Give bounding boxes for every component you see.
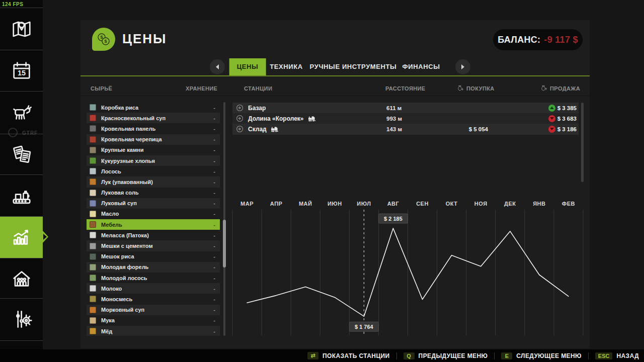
commodity-row[interactable]: Мебель-	[87, 219, 220, 230]
sidebar-item-contracts[interactable]	[0, 134, 43, 174]
sidebar-item-map[interactable]	[0, 8, 43, 50]
item-label: Красносвекольный суп	[101, 115, 166, 121]
hotkey-hint[interactable]: ⇄ПОКАЗАТЬ СТАНЦИИ	[307, 352, 390, 359]
col-header-stations: СТАНЦИИ	[244, 85, 272, 92]
commodity-row[interactable]: Коробка риса-	[87, 102, 220, 113]
station-sale-price: $ 3 683	[541, 116, 577, 122]
item-icon	[90, 328, 96, 334]
sidebar-item-production[interactable]	[0, 175, 43, 216]
svg-text:$ 2 185: $ 2 185	[384, 216, 403, 222]
item-storage-value: -	[213, 168, 215, 174]
station-name: Склад	[248, 126, 267, 133]
hotkey-hint[interactable]: EСЛЕДУЮЩЕЕ МЕНЮ	[501, 352, 582, 359]
sidebar-item-settings[interactable]	[0, 299, 43, 340]
col-header-commodity: СЫРЬЁ	[91, 85, 112, 92]
contracts-icon	[10, 143, 33, 166]
item-storage-value: -	[213, 211, 215, 217]
tab-hand-tools[interactable]: РУЧНЫЕ ИНСТРУМЕНТЫ	[310, 58, 397, 75]
month-label: АВГ	[387, 201, 399, 207]
month-label: МАЙ	[299, 201, 312, 207]
commodity-row[interactable]: Кукурузные хлопья-	[87, 155, 220, 166]
commodity-row[interactable]: Луковая соль-	[87, 188, 220, 198]
divider	[80, 96, 590, 96]
stations-list: Базар611 м$ 3 385Долина «Королек»993 м$ …	[232, 103, 579, 135]
tabs-next-button[interactable]	[455, 59, 470, 74]
item-label: Луковая соль	[101, 190, 138, 196]
chevron-right-icon	[461, 64, 464, 69]
hint-label: СЛЕДУЮЩЕЕ МЕНЮ	[516, 352, 582, 359]
commodity-row[interactable]: Лосось-	[87, 166, 220, 176]
commodity-scrollbar-track[interactable]	[223, 102, 225, 336]
commodity-row[interactable]: Лук (упакованный)-	[87, 176, 220, 187]
station-row[interactable]: Базар611 м$ 3 385	[232, 103, 579, 113]
purchase-icon	[457, 85, 464, 92]
sidebar-item-animals[interactable]	[0, 92, 43, 134]
tabs-prev-button[interactable]	[210, 59, 225, 74]
commodity-scrollbar-thumb[interactable]	[223, 220, 226, 267]
station-row[interactable]: Долина «Королек»993 м$ 3 683	[232, 113, 579, 124]
station-name: Долина «Королек»	[248, 115, 304, 122]
item-storage-value: -	[213, 136, 215, 142]
tab-prices[interactable]: ЦЕНЫ	[229, 58, 266, 75]
commodity-row[interactable]: Мука-	[87, 315, 220, 326]
production-icon	[10, 184, 33, 207]
sidebar-item-calendar[interactable]: 15	[0, 50, 43, 91]
item-label: Масло	[101, 211, 119, 217]
item-icon	[90, 232, 96, 238]
month-label: НОЯ	[474, 201, 488, 207]
tab-vehicles[interactable]: ТЕХНИКА	[270, 58, 303, 75]
station-row[interactable]: Склад143 м$ 5 054$ 3 186	[232, 124, 579, 134]
item-icon	[90, 264, 96, 270]
commodity-row[interactable]: Моносмесь-	[87, 294, 220, 304]
item-label: Морковный суп	[101, 307, 144, 313]
commodity-row[interactable]: Крупные камни-	[87, 145, 220, 155]
commodity-row[interactable]: Мёд-	[87, 326, 220, 336]
hotkey-bar: ⇄ПОКАЗАТЬ СТАНЦИИQПРЕДЫДУЩЕЕ МЕНЮEСЛЕДУЮ…	[0, 349, 644, 362]
commodity-row[interactable]: Кровельная черепица-	[87, 134, 220, 145]
commodity-row[interactable]: Красносвекольный суп-	[87, 113, 220, 123]
station-sale-price: $ 3 385	[541, 105, 577, 111]
commodity-row[interactable]: Мешок риса-	[87, 251, 220, 262]
divider	[588, 352, 589, 359]
commodity-row[interactable]: Молодой лосось-	[87, 273, 220, 283]
commodity-row[interactable]: Масло-	[87, 209, 220, 219]
sidebar-item-prices-statistics[interactable]	[0, 217, 43, 258]
item-storage-value: -	[213, 179, 215, 185]
peak-price-tag: $ 2 185	[378, 214, 408, 223]
commodity-row[interactable]: Морковный суп-	[87, 305, 220, 315]
hotkey-hint[interactable]: ESCНАЗАД	[595, 352, 639, 359]
commodity-row[interactable]: Молодая форель-	[87, 262, 220, 273]
page-title: ЦЕНЫ	[122, 31, 167, 47]
hotkey-hint[interactable]: QПРЕДЫДУЩЕЕ МЕНЮ	[404, 352, 488, 359]
station-goto-icon	[236, 104, 244, 112]
commodity-row[interactable]: Молоко-	[87, 283, 220, 294]
commodity-row[interactable]: Меласса (Патока)-	[87, 230, 220, 240]
item-label: Мебель	[101, 222, 122, 228]
item-storage-value: -	[213, 232, 215, 238]
station-distance: 143 м	[386, 126, 402, 132]
station-purchase-price: $ 5 054	[469, 126, 488, 132]
commodity-row[interactable]: Кровельная панель-	[87, 123, 220, 134]
prices-screen: 15	[0, 0, 644, 362]
item-icon	[90, 275, 96, 281]
commodity-row[interactable]: Луковый суп-	[87, 198, 220, 209]
item-storage-value: -	[213, 307, 215, 313]
station-name: Базар	[248, 105, 266, 112]
divider	[494, 352, 495, 359]
tab-finances[interactable]: ФИНАНСЫ	[403, 58, 440, 75]
item-icon	[90, 285, 96, 292]
cow-icon	[10, 101, 33, 124]
item-label: Коробка риса	[101, 105, 138, 111]
stations-scrollbar[interactable]	[581, 103, 584, 182]
sidebar-item-buildings[interactable]	[0, 258, 43, 298]
item-icon	[90, 178, 96, 185]
month-label: МАР	[240, 201, 254, 207]
item-storage-value: -	[213, 222, 215, 228]
key-badge: ⇄	[307, 352, 318, 359]
commodity-row[interactable]: Мешки с цементом-	[87, 240, 220, 251]
statistics-icon	[10, 226, 33, 249]
item-label: Кровельная панель	[101, 126, 155, 132]
watermark-text: GTRF	[22, 130, 38, 136]
item-icon	[90, 200, 96, 207]
item-storage-value: -	[213, 296, 215, 302]
